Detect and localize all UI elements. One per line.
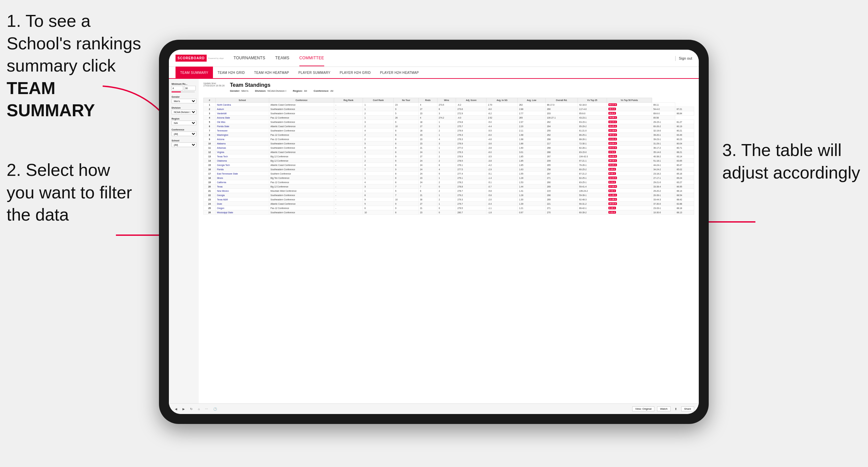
toolbar-share-icon[interactable]: ⬆ (673, 407, 679, 411)
nav-teams[interactable]: TEAMS (275, 50, 289, 66)
tablet-screen: SCOREBOARD Powered by clippi TOURNAMENTS… (169, 50, 699, 414)
toolbar-clock[interactable]: 🕐 (212, 407, 218, 411)
filter-school: School (All) (172, 139, 196, 147)
slider-track (172, 91, 195, 92)
filter-max-input[interactable] (184, 86, 196, 90)
toolbar-back[interactable]: ◀ (174, 407, 179, 411)
tab-team-summary[interactable]: TEAM SUMMARY (176, 67, 213, 79)
table-row: 1North CarolinaAtlantic Coast Conference… (204, 103, 694, 107)
step2-text: 2. Select how you want to filter the dat… (7, 160, 132, 224)
tab-player-summary[interactable]: PLAYER SUMMARY (294, 67, 335, 79)
table-row: 21New MexicoMountain West Conference-168… (204, 189, 694, 193)
tablet-frame: SCOREBOARD Powered by clippi TOURNAMENTS… (159, 40, 709, 424)
col-avg-sg: Avg. to SG (487, 98, 518, 103)
bottom-toolbar: ◀ ▶ ↻ ⌂ ⋯ 🕐 View: Original Watch ⬆ Share (169, 403, 699, 414)
col-overall: Overall Rd. (546, 98, 578, 103)
filter-division-label: Division (172, 107, 196, 109)
sign-out-button[interactable]: Sign out (679, 56, 692, 60)
table-filter-summary: Gender: Men's Division: NCAA Division I … (230, 89, 694, 92)
tab-team-h2h-heatmap[interactable]: TEAM H2H HEATMAP (249, 67, 294, 79)
table-row: 9ArizonaPac-12 Conference-28234276.3-4.6… (204, 137, 694, 142)
sidebar-filters: Minimum Ro... Gender Men's Women's (169, 79, 199, 403)
toolbar-home[interactable]: ⌂ (197, 407, 201, 411)
col-reg-rank: Reg Rank (334, 98, 363, 103)
step1-text: 1. To see a School's rankings summary cl… (7, 11, 141, 75)
nav-items: TOURNAMENTS TEAMS COMMITTEE (234, 50, 675, 66)
filter-region: Region N/A (172, 118, 196, 125)
division-chip: Division: NCAA Division I (255, 89, 286, 92)
tab-team-h2h-grid[interactable]: TEAM H2H GRID (213, 67, 249, 79)
filter-conference-label: Conference (172, 128, 196, 131)
filter-division-select[interactable]: NCAA Division I (172, 110, 196, 114)
top-nav: SCOREBOARD Powered by clippi TOURNAMENTS… (169, 50, 699, 67)
nav-committee[interactable]: COMMITTEE (299, 50, 324, 66)
table-row: 13Texas TechBig 12 Conference-19272276.9… (204, 154, 694, 159)
tab-player-h2h-grid[interactable]: PLAYER H2H GRID (335, 67, 376, 79)
update-time-label: Update time: (203, 82, 224, 85)
toolbar-reload[interactable]: ↻ (189, 407, 194, 411)
table-row: 22GeorgiaSoutheastern Conference-8721127… (204, 193, 694, 197)
table-row: 3VanderbiltSoutheastern Conference-25233… (204, 111, 694, 116)
table-row: 4Arizona StatePac-12 Conference-1264274.… (204, 116, 694, 120)
table-row: 14OklahomaBig 12 Conference-26242278.5-3… (204, 159, 694, 163)
step1-bold: TEAM SUMMARY (7, 79, 95, 120)
filter-school-label: School (172, 139, 196, 142)
table-row: 24DukeAtlantic Coast Conference-59271279… (204, 202, 694, 206)
col-conference: Conference (269, 98, 334, 103)
table-row: 25OregonPac-12 Conference-69210279.5-1.1… (204, 206, 694, 210)
table-row: 23Texas A&MSoutheastern Conference-91030… (204, 197, 694, 202)
update-time-value: 27/03/2024 16:56:26 (203, 85, 224, 87)
filter-division: Division NCAA Division I (172, 107, 196, 114)
instruction-3: 3. The table will adjust accordingly (722, 139, 861, 184)
col-school: School (216, 98, 269, 103)
view-original-button[interactable]: View: Original (632, 406, 654, 411)
logo-sub: Powered by clippi (208, 57, 223, 59)
sub-nav: TEAM SUMMARY TEAM H2H GRID TEAM H2H HEAT… (169, 67, 699, 79)
col-vs-top25: Vs Top 25 (578, 98, 607, 103)
table-row: 15Georgia TechAtlantic Coast Conference-… (204, 163, 694, 167)
watch-button[interactable]: Watch (657, 406, 670, 411)
table-row: 2AuburnSoutheastern Conference-19276273.… (204, 107, 694, 111)
table-title-block: Team Standings Gender: Men's Division: N… (224, 82, 694, 95)
region-chip: Region: All (293, 89, 307, 92)
filter-conference: Conference (All) (172, 128, 196, 136)
filter-school-select[interactable]: (All) (172, 143, 196, 147)
logo-box: SCOREBOARD (176, 55, 207, 62)
filter-region-select[interactable]: N/A (172, 121, 196, 125)
col-avg-low: Avg. Low (518, 98, 546, 103)
col-adj-score: Adj. Score (456, 98, 487, 103)
toolbar-forward[interactable]: ▶ (181, 407, 186, 411)
table-row: 10AlabamaSoutheastern Conference-5623327… (204, 142, 694, 146)
table-row: 11ArkansasSoutheastern Conference-682112… (204, 146, 694, 150)
filter-gender: Gender Men's Women's (172, 96, 196, 103)
table-row: 17East Tennessee StateSouthern Conferenc… (204, 172, 694, 176)
filter-region-label: Region (172, 118, 196, 120)
slider-fill (172, 91, 181, 92)
conference-chip: Conference: All (314, 89, 334, 92)
table-row: 5Ole MissSoutheastern Conference-3618127… (204, 120, 694, 124)
instruction-2: 2. Select how you want to filter the dat… (7, 159, 132, 226)
table-row: 19CaliforniaPac-12 Conference-48242278.2… (204, 180, 694, 185)
standings-table: # School Conference Reg Rank Conf Rank N… (203, 98, 694, 215)
update-time-block: Update time: 27/03/2024 16:56:26 (203, 82, 224, 87)
table-row: 12VirginiaAtlantic Coast Conference-3824… (204, 150, 694, 154)
filter-conference-select[interactable]: (All) (172, 131, 196, 136)
filter-gender-select[interactable]: Men's Women's (172, 99, 196, 103)
toolbar-menu[interactable]: ⋯ (204, 407, 209, 411)
separator: | (675, 55, 676, 61)
filter-min-rank: Minimum Ro... (172, 83, 196, 92)
table-row: 26Mississippi StateSoutheastern Conferen… (204, 210, 694, 215)
table-row: 16FloridaSoutheastern Conference-7924427… (204, 167, 694, 172)
filter-min-rank-label: Minimum Ro... (172, 83, 196, 85)
col-conf-rank: Conf Rank (363, 98, 394, 103)
nav-tournaments[interactable]: TOURNAMENTS (234, 50, 265, 66)
table-row: 6Florida StateAtlantic Coast Conference-… (204, 124, 694, 128)
filter-min-input[interactable] (172, 86, 183, 90)
table-area: Update time: 27/03/2024 16:56:26 Team St… (199, 79, 699, 403)
col-wins: Wins (437, 98, 456, 103)
share-button[interactable]: Share (681, 406, 694, 411)
tab-player-h2h-heatmap[interactable]: PLAYER H2H HEATMAP (376, 67, 424, 79)
table-row: 7TennesseeSoutheastern Conference-461822… (204, 128, 694, 133)
logo-area: SCOREBOARD Powered by clippi (176, 55, 223, 62)
table-header-row: Update time: 27/03/2024 16:56:26 Team St… (203, 82, 694, 95)
